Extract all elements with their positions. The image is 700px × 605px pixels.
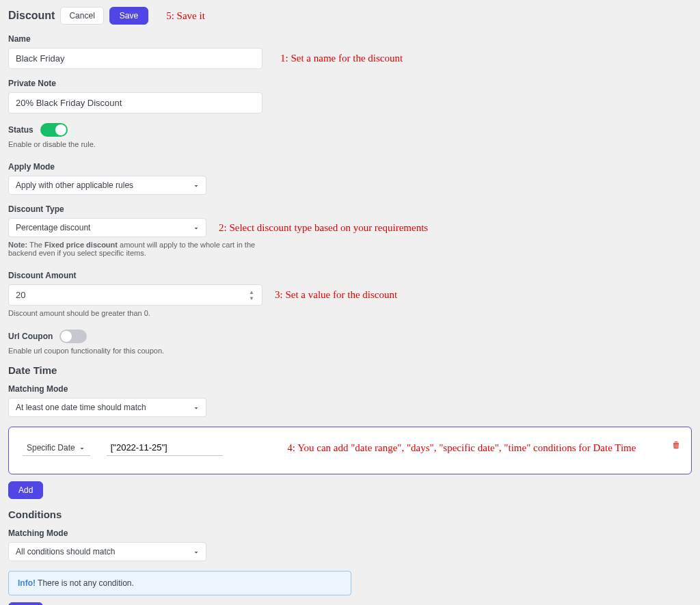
page-title: Discount (8, 10, 55, 22)
discount-amount-label: Discount Amount (8, 271, 692, 280)
annotation-name: 1: Set a name for the discount (280, 53, 403, 64)
field-status: Status Enable or disable the rule. (8, 123, 692, 148)
number-spinner-icon[interactable]: ▲▼ (249, 289, 258, 301)
field-discount-type: Discount Type Percentage discount 2: Sel… (8, 204, 692, 257)
discount-type-label: Discount Type (8, 204, 692, 214)
datetime-type-select[interactable]: Specific Date (23, 440, 90, 456)
datetime-add-button[interactable]: Add (8, 481, 43, 499)
datetime-value-input[interactable] (107, 440, 223, 456)
status-hint: Enable or disable the rule. (8, 140, 692, 148)
page-header: Discount Cancel Save 5: Save it (8, 7, 692, 25)
datetime-condition-row: Specific Date 4: You can add "date range… (8, 427, 692, 474)
conditions-section-title: Conditions (8, 509, 692, 520)
url-coupon-hint: Enable url coupon functionality for this… (8, 347, 692, 355)
discount-amount-hint: Discount amount should be greater than 0… (8, 309, 692, 317)
annotation-discount-type: 2: Select discount type based on your re… (219, 222, 428, 234)
chevron-down-icon (192, 224, 199, 231)
datetime-type-value: Specific Date (27, 443, 75, 453)
private-note-label: Private Note (8, 79, 692, 88)
annotation-discount-amount: 3: Set a value for the discount (275, 289, 397, 301)
field-name: Name 1: Set a name for the discount (8, 34, 692, 69)
field-apply-mode: Apply Mode Apply with other applicable r… (8, 162, 692, 195)
apply-mode-value: Apply with other applicable rules (16, 180, 133, 190)
field-conditions-matching: Matching Mode All conditions should matc… (8, 528, 692, 561)
conditions-info-box: Info! There is not any condition. (8, 571, 351, 595)
discount-type-select[interactable]: Percentage discount (8, 218, 206, 237)
datetime-matching-select[interactable]: At least one date time should match (8, 398, 206, 417)
url-coupon-label: Url Coupon (8, 332, 53, 341)
cancel-button[interactable]: Cancel (60, 7, 103, 25)
conditions-add-button[interactable]: Add (8, 602, 43, 605)
trash-icon[interactable] (671, 440, 682, 453)
chevron-down-icon (192, 182, 199, 189)
name-input[interactable] (8, 48, 262, 69)
apply-mode-label: Apply Mode (8, 162, 692, 172)
save-button[interactable]: Save (109, 7, 148, 25)
datetime-matching-value: At least one date time should match (16, 403, 146, 412)
datetime-section-title: Date Time (8, 364, 692, 376)
annotation-save: 5: Save it (166, 10, 205, 22)
status-toggle[interactable] (40, 123, 68, 137)
conditions-matching-select[interactable]: All conditions should match (8, 542, 206, 561)
field-private-note: Private Note (8, 79, 692, 113)
discount-type-note: Note: The Fixed price discount amount wi… (8, 241, 262, 257)
field-discount-amount: Discount Amount ▲▼ 3: Set a value for th… (8, 271, 692, 317)
datetime-matching-label: Matching Mode (8, 384, 692, 394)
chevron-down-icon (192, 404, 199, 411)
private-note-input[interactable] (8, 92, 262, 113)
chevron-down-icon (192, 548, 199, 555)
discount-amount-input[interactable] (8, 284, 262, 306)
field-datetime-matching: Matching Mode At least one date time sho… (8, 384, 692, 417)
info-badge: Info! (18, 578, 36, 588)
apply-mode-select[interactable]: Apply with other applicable rules (8, 176, 206, 195)
chevron-down-icon (78, 444, 85, 451)
conditions-matching-label: Matching Mode (8, 528, 692, 538)
conditions-matching-value: All conditions should match (16, 547, 115, 556)
url-coupon-toggle[interactable] (59, 330, 87, 343)
discount-type-value: Percentage discount (16, 223, 90, 232)
field-url-coupon: Url Coupon Enable url coupon functionali… (8, 330, 692, 355)
annotation-datetime: 4: You can add "date range", "days", "sp… (246, 442, 677, 454)
status-label: Status (8, 125, 33, 135)
info-text: There is not any condition. (36, 578, 134, 588)
name-label: Name (8, 34, 692, 44)
